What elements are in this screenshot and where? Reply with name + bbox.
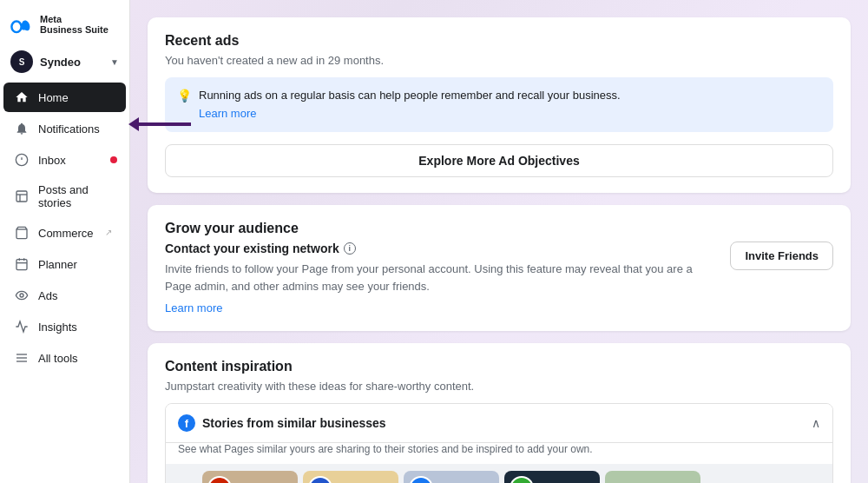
home-icon	[14, 89, 30, 105]
stories-carousel: ‹ Inde BLOG POSTBLOG POSTBLOG POSTBLOG P…	[166, 464, 832, 483]
recent-ads-info-box: 💡 Running ads on a regular basis can hel…	[165, 77, 833, 132]
sidebar-item-insights-label: Insights	[38, 321, 77, 334]
info-circle-icon: i	[344, 242, 356, 255]
content-inspiration-subtitle: Jumpstart creativity with these ideas fo…	[165, 380, 833, 393]
content-inspiration-card: Content inspiration Jumpstart creativity…	[148, 343, 851, 483]
recent-ads-learn-more[interactable]: Learn more	[199, 106, 621, 122]
sidebar-item-home-label: Home	[38, 91, 69, 104]
recent-ads-title: Recent ads	[165, 33, 833, 49]
recent-ads-subtitle: You haven't created a new ad in 29 month…	[165, 54, 833, 67]
story-avatar-4: WHY	[510, 476, 534, 483]
external-link-icon: ↗	[105, 228, 115, 238]
stories-title-row: f Stories from similar businesses	[178, 414, 386, 432]
sidebar-item-alltools-label: All tools	[38, 352, 78, 365]
sidebar-item-inbox[interactable]: Inbox	[3, 145, 126, 175]
story-avatar-3: 👤	[409, 476, 433, 483]
stories-section-title: Stories from similar businesses	[202, 416, 386, 430]
grow-audience-card: Grow your audience Contact your existing…	[148, 205, 851, 331]
grow-audience-learn-more[interactable]: Learn more	[165, 301, 222, 314]
explore-ad-objectives-button[interactable]: Explore More Ad Objectives	[165, 144, 833, 177]
recent-ads-info-text: Running ads on a regular basis can help …	[199, 88, 621, 122]
app-logo: Meta Business Suite	[0, 0, 129, 45]
arrow-head	[128, 117, 139, 131]
story-card-2: Ira.	[303, 471, 398, 483]
arrow-body	[139, 122, 191, 126]
stories-section: f Stories from similar businesses ∧ See …	[165, 403, 833, 483]
stories-section-desc: See what Pages similar yours are sharing…	[166, 443, 832, 464]
account-name: Syndeo	[40, 56, 103, 69]
audience-section-heading: Contact your existing network i	[165, 242, 716, 255]
dropdown-arrow-icon: ▼	[110, 57, 119, 67]
recent-ads-card: Recent ads You haven't created a new ad …	[148, 17, 851, 193]
commerce-icon	[14, 225, 30, 241]
grow-audience-title: Grow your audience	[165, 221, 833, 236]
notifications-icon	[14, 121, 30, 136]
posts-icon	[14, 189, 30, 204]
audience-description: Invite friends to follow your Page from …	[165, 261, 716, 294]
sidebar-item-inbox-label: Inbox	[38, 154, 66, 167]
audience-content: Contact your existing network i Invite f…	[165, 242, 833, 315]
sidebar-item-notifications[interactable]: Notifications	[3, 114, 126, 143]
svg-rect-6	[16, 260, 27, 270]
sidebar: Meta Business Suite S Syndeo ▼ Home Noti…	[0, 0, 130, 483]
inbox-icon	[14, 152, 30, 168]
story-card-1: Inde BLOG POSTBLOG POSTBLOG POSTBLOG POS…	[202, 471, 298, 483]
stories-header: f Stories from similar businesses ∧	[166, 404, 832, 443]
main-content: Recent ads You haven't created a new ad …	[130, 0, 868, 483]
content-inspiration-title: Content inspiration	[165, 359, 833, 374]
stories-track: Inde BLOG POSTBLOG POSTBLOG POSTBLOG POS…	[202, 471, 796, 483]
arrow-annotation	[128, 117, 191, 131]
sidebar-item-commerce[interactable]: Commerce ↗	[3, 218, 126, 248]
story-card-4: WHY	[504, 471, 600, 483]
sidebar-item-planner[interactable]: Planner	[3, 249, 126, 279]
story-avatar-2: Ira.	[308, 476, 332, 483]
alltools-icon	[14, 350, 30, 366]
sidebar-item-ads[interactable]: Ads	[3, 281, 126, 310]
account-selector[interactable]: S Syndeo ▼	[0, 45, 129, 78]
account-avatar: S	[10, 50, 33, 73]
chevron-up-icon[interactable]: ∧	[812, 416, 820, 430]
svg-rect-2	[16, 191, 27, 202]
meta-logo-icon	[10, 12, 35, 36]
invite-friends-button[interactable]: Invite Friends	[730, 242, 833, 270]
sidebar-item-home[interactable]: Home	[3, 83, 126, 112]
planner-icon	[14, 256, 30, 272]
story-card-5	[605, 471, 700, 483]
story-card-3: 👤 2nd SHOOTER	[404, 471, 499, 483]
ads-icon	[14, 288, 30, 303]
facebook-icon: f	[178, 414, 195, 432]
sidebar-item-planner-label: Planner	[38, 258, 77, 271]
sidebar-item-posts-label: Posts and stories	[38, 183, 115, 209]
sidebar-item-insights[interactable]: Insights	[3, 312, 126, 341]
sidebar-item-commerce-label: Commerce	[38, 227, 94, 240]
inbox-notification-dot	[110, 156, 117, 163]
app-name-text: Meta Business Suite	[40, 14, 108, 35]
svg-point-10	[20, 294, 23, 297]
svg-point-0	[11, 22, 21, 33]
sidebar-item-notifications-label: Notifications	[38, 122, 100, 136]
lightbulb-icon: 💡	[177, 89, 192, 103]
audience-text-block: Contact your existing network i Invite f…	[165, 242, 716, 315]
sidebar-item-ads-label: Ads	[38, 289, 57, 302]
sidebar-item-posts[interactable]: Posts and stories	[3, 176, 126, 216]
sidebar-item-alltools[interactable]: All tools	[3, 343, 126, 373]
insights-icon	[14, 319, 30, 334]
story-avatar-1: Inde	[207, 476, 232, 483]
